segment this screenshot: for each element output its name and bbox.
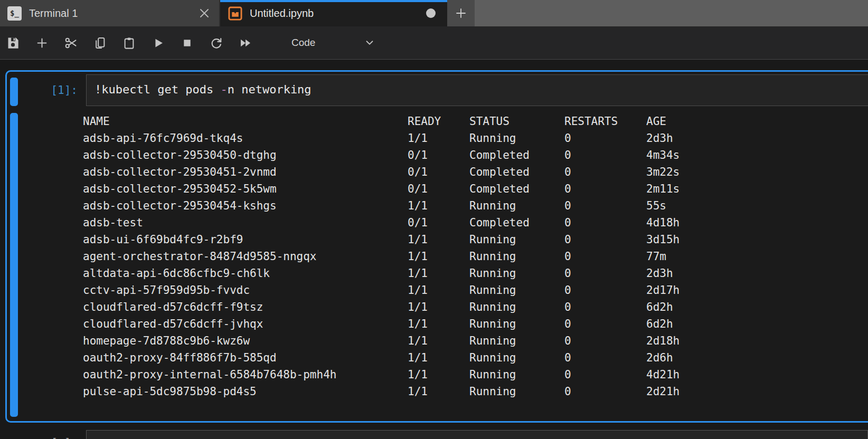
cut-button[interactable] — [64, 36, 78, 50]
output-cell: agent-orchestrator-84874d9585-nngqx — [83, 248, 408, 265]
insert-cell-button[interactable] — [35, 36, 49, 50]
output-cell: adsb-collector-29530452-5k5wm — [83, 180, 408, 197]
output-cell: Running — [469, 332, 564, 349]
insert-cell-icon — [35, 36, 49, 50]
output-cell: 0 — [564, 383, 646, 400]
output-cell: Running — [469, 130, 564, 147]
output-pod-row: cloudflared-d57c6dcff-jvhqx1/1Running06d… — [83, 316, 680, 332]
output-header-cell: AGE — [646, 113, 680, 130]
output-pod-row: adsb-collector-29530452-5k5wm0/1Complete… — [83, 180, 680, 197]
tab-bar: $_ Terminal 1 Untitled.ipynb — [0, 0, 868, 26]
output-pod-row: oauth2-proxy-internal-6584b7648b-pmh4h1/… — [83, 366, 680, 383]
output-cell: 0 — [564, 332, 646, 349]
notebook-panel: [1]: !kubectl get pods -n networking NAM… — [0, 60, 868, 438]
save-button[interactable] — [6, 36, 20, 50]
output-cell: 2d3h — [646, 265, 680, 282]
paste-button[interactable] — [122, 36, 136, 50]
run-all-button[interactable] — [238, 36, 252, 50]
output-cell: 0 — [564, 248, 646, 265]
output-cell: 0 — [564, 214, 646, 231]
cell-output-area: NAMEREADYSTATUSRESTARTSAGEadsb-api-76fc7… — [7, 113, 868, 417]
cell-type-label: Code — [291, 37, 315, 49]
output-cell: Running — [469, 299, 564, 316]
output-header-cell: NAME — [83, 113, 408, 130]
run-button[interactable] — [151, 36, 165, 50]
code-segment: n networking — [228, 83, 312, 96]
copy-button[interactable] — [93, 36, 107, 50]
output-header-cell: RESTARTS — [564, 113, 646, 130]
output-cell: adsb-api-76fc7969d-tkq4s — [83, 130, 408, 147]
output-header-cell: READY — [408, 113, 469, 130]
output-cell: 0/1 — [408, 214, 469, 231]
output-header-row: NAMEREADYSTATUSRESTARTSAGE — [83, 113, 680, 130]
empty-code-editor[interactable] — [86, 430, 868, 439]
output-cell: Completed — [469, 164, 564, 180]
tab-notebook-label: Untitled.ipynb — [250, 7, 314, 20]
output-pod-row: cloudflared-d57c6dcff-f9tsz1/1Running06d… — [83, 299, 680, 316]
output-cell: 0 — [564, 197, 646, 214]
input-collapser-bar[interactable] — [10, 78, 18, 106]
output-cell: 55s — [646, 197, 680, 214]
output-pod-row: pulse-api-5dc9875b98-pd4s51/1Running02d2… — [83, 383, 680, 400]
output-collapser-bar[interactable] — [10, 113, 18, 417]
output-cell: 2d3h — [646, 130, 680, 147]
stop-button[interactable] — [180, 36, 194, 50]
output-cell: 0 — [564, 231, 646, 248]
output-cell: 1/1 — [408, 366, 469, 383]
output-pod-row: adsb-ui-6f69bd4fc9-r2bf91/1Running03d15h — [83, 231, 680, 248]
copy-icon — [93, 36, 107, 50]
stop-icon — [180, 36, 194, 50]
output-cell: adsb-collector-29530450-dtghg — [83, 147, 408, 164]
output-cell: cctv-api-57f959d95b-fvvdc — [83, 282, 408, 299]
output-cell: 1/1 — [408, 282, 469, 299]
tab-bar-empty-space — [475, 0, 868, 26]
output-cell: 2m11s — [646, 180, 680, 197]
output-cell: 0/1 — [408, 147, 469, 164]
output-cell: 4m34s — [646, 147, 680, 164]
output-cell: 1/1 — [408, 197, 469, 214]
code-editor[interactable]: !kubectl get pods -n networking — [86, 74, 868, 106]
output-cell: 1/1 — [408, 265, 469, 282]
new-tab-button[interactable] — [447, 0, 475, 26]
output-cell: 0 — [564, 180, 646, 197]
tab-terminal[interactable]: $_ Terminal 1 — [0, 0, 220, 26]
cell-type-dropdown[interactable]: Code — [291, 37, 375, 49]
output-cell: adsb-ui-6f69bd4fc9-r2bf9 — [83, 231, 408, 248]
code-segment: - — [220, 83, 227, 96]
output-pod-row: adsb-collector-29530451-2vnmd0/1Complete… — [83, 164, 680, 180]
output-pod-row: cctv-api-57f959d95b-fvvdc1/1Running02d17… — [83, 282, 680, 299]
active-code-cell: [1]: !kubectl get pods -n networking NAM… — [5, 70, 868, 423]
output-cell: 1/1 — [408, 130, 469, 147]
output-cell: 0 — [564, 366, 646, 383]
cell-input-area: [1]: !kubectl get pods -n networking — [7, 74, 868, 106]
output-cell: 3d15h — [646, 231, 680, 248]
unsaved-changes-dot[interactable] — [426, 8, 436, 18]
output-cell: homepage-7d8788c9b6-kwz6w — [83, 332, 408, 349]
output-pod-row: oauth2-proxy-84ff886f7b-585qd1/1Running0… — [83, 349, 680, 366]
output-cell: 2d21h — [646, 383, 680, 400]
save-icon — [6, 36, 20, 50]
output-cell: 0 — [564, 316, 646, 332]
output-cell: Running — [469, 248, 564, 265]
output-cell: 2d6h — [646, 349, 680, 366]
notebook-icon — [228, 6, 242, 21]
output-cell: altdata-api-6dc86cfbc9-ch6lk — [83, 265, 408, 282]
close-icon[interactable] — [198, 7, 211, 20]
output-cell: pulse-api-5dc9875b98-pd4s5 — [83, 383, 408, 400]
tab-terminal-label: Terminal 1 — [29, 7, 78, 20]
notebook-toolbar: Code — [0, 26, 868, 60]
tab-notebook[interactable]: Untitled.ipynb — [220, 0, 447, 26]
output-pod-row: altdata-api-6dc86cfbc9-ch6lk1/1Running02… — [83, 265, 680, 282]
output-cell: 0 — [564, 147, 646, 164]
restart-button[interactable] — [209, 36, 223, 50]
output-cell: 1/1 — [408, 248, 469, 265]
output-cell: Running — [469, 265, 564, 282]
output-cell: Running — [469, 383, 564, 400]
run-icon — [151, 36, 165, 50]
kubectl-output: NAMEREADYSTATUSRESTARTSAGEadsb-api-76fc7… — [83, 113, 680, 417]
output-cell: adsb-collector-29530454-kshgs — [83, 197, 408, 214]
output-cell: 0 — [564, 282, 646, 299]
terminal-icon: $_ — [7, 6, 22, 21]
chevron-down-icon — [364, 37, 375, 49]
output-cell: 1/1 — [408, 231, 469, 248]
